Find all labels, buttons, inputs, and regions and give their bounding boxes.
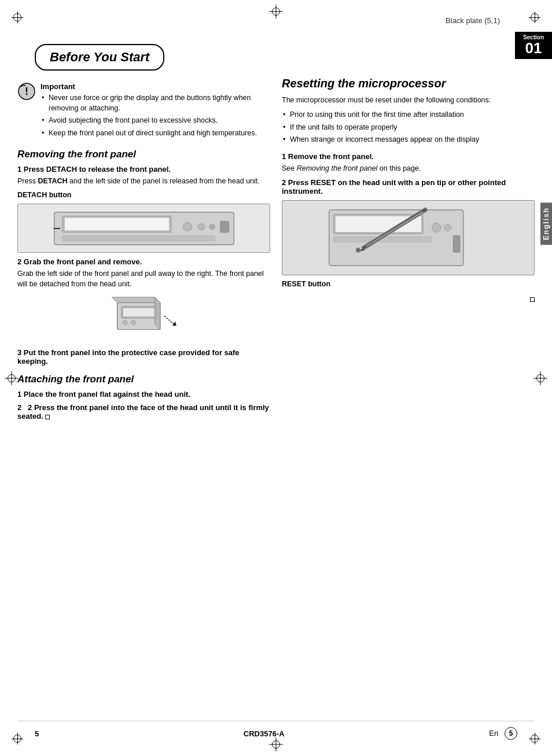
svg-point-6: [198, 223, 204, 230]
crosshair-right-center: [533, 371, 547, 385]
removing-step1-text: Press DETACH and the left side of the pa…: [17, 176, 270, 186]
svg-rect-4: [64, 217, 169, 231]
inline-square-icon: [45, 415, 50, 419]
svg-point-5: [183, 222, 192, 231]
removing-step1-heading: 1 Press DETACH to release the front pane…: [17, 165, 270, 174]
removing-step2-text: Grab the left side of the front panel an…: [17, 268, 270, 289]
important-label: Important: [41, 82, 270, 91]
registration-mark-top-left: [12, 12, 23, 23]
reset-unit-svg: [325, 204, 492, 272]
attaching-step1-heading: 1 Place the front panel flat against the…: [17, 390, 270, 399]
removing-step3-heading: 3 Put the front panel into the protectiv…: [17, 348, 270, 366]
footer-page-left: 5: [35, 729, 39, 738]
front-panel-svg: [106, 294, 182, 344]
svg-point-15: [123, 320, 127, 324]
svg-rect-24: [453, 235, 460, 252]
resetting-heading: Resetting the microprocessor: [282, 76, 535, 90]
section-tab: Section 01: [515, 32, 552, 59]
left-column: ! Important Never use force or grip the …: [17, 76, 270, 423]
resetting-intro: The microprocessor must be reset under t…: [282, 95, 535, 105]
important-bullet-1: Never use force or grip the display and …: [41, 93, 270, 113]
detach-label: DETACH button: [17, 191, 270, 199]
resetting-step1-text: See Removing the front panel on this pag…: [282, 163, 535, 174]
attaching-heading: Attaching the front panel: [17, 374, 270, 385]
head-unit-svg: [51, 209, 237, 248]
important-box: ! Important Never use force or grip the …: [17, 82, 270, 141]
removing-step2-heading: 2 Grab the front panel and remove.: [17, 257, 270, 266]
svg-rect-8: [220, 221, 229, 232]
resetting-bullet-3: When strange or incorrect messages appea…: [282, 135, 535, 145]
resetting-bullet-1: Prior to using this unit for the first t…: [282, 110, 535, 120]
svg-rect-14: [123, 308, 154, 317]
main-content: ! Important Never use force or grip the …: [0, 76, 552, 423]
page-footer: 5 CRD3576-A En 5: [17, 721, 535, 746]
black-plate-label: Black plate (5,1): [446, 16, 511, 25]
important-content: Important Never use force or grip the di…: [41, 82, 270, 141]
attaching-step2-heading: 2 2 Press the front panel into the face …: [17, 403, 270, 421]
footer-en: En 5: [489, 727, 517, 740]
stop-symbol: [282, 295, 535, 304]
svg-point-7: [209, 224, 214, 229]
footer-doc-label: CRD3576-A: [244, 729, 285, 738]
svg-text:!: !: [25, 86, 28, 97]
resetting-bullet-list: Prior to using this unit for the first t…: [282, 110, 535, 145]
important-bullet-2: Avoid subjecting the front panel to exce…: [41, 116, 270, 126]
title-area: Before You Start: [17, 38, 535, 76]
svg-point-23: [444, 224, 451, 231]
english-sidebar-label: English: [540, 202, 552, 245]
crosshair-left-center: [5, 371, 19, 385]
page-title: Before You Start: [50, 50, 149, 65]
right-column: Resetting the microprocessor The micropr…: [282, 76, 535, 423]
section-number: 01: [523, 40, 544, 56]
removing-heading: Removing the front panel: [17, 149, 270, 160]
title-box: Before You Start: [35, 44, 164, 71]
head-unit-illustration: [17, 204, 270, 253]
reset-label: RESET button: [282, 280, 535, 288]
svg-point-26: [357, 249, 359, 251]
resetting-bullet-2: If the unit fails to operate properly: [282, 123, 535, 133]
svg-point-16: [131, 320, 135, 324]
svg-rect-9: [62, 235, 215, 241]
resetting-step1-heading: 1 Remove the front panel.: [282, 152, 535, 161]
resetting-step2-heading: 2 Press RESET on the head unit with a pe…: [282, 178, 535, 196]
svg-marker-11: [112, 297, 160, 303]
stop-square-icon: [530, 297, 535, 302]
important-icon: !: [17, 82, 36, 101]
reset-unit-illustration: [282, 200, 535, 275]
important-bullet-3: Keep the front panel out of direct sunli…: [41, 128, 270, 139]
crosshair-top-center: [269, 5, 283, 19]
svg-point-22: [432, 223, 440, 232]
footer-page-right: 5: [505, 727, 517, 740]
front-panel-illustration: [17, 294, 270, 344]
registration-mark-top-right: [529, 12, 540, 23]
important-bullet-list: Never use force or grip the display and …: [41, 93, 270, 138]
